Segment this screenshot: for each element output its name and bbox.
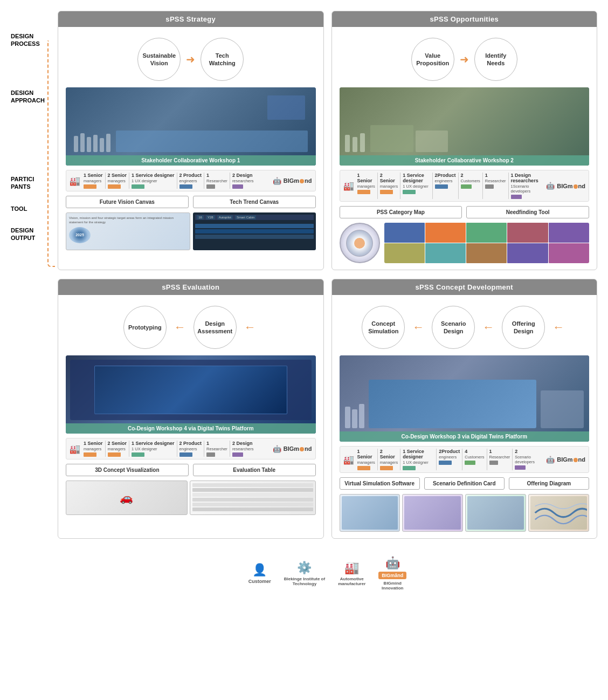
- top-panels-row: sPSS Strategy SustainableVision ➜ TechWa…: [58, 11, 597, 270]
- concept-output-3: [465, 494, 526, 532]
- tool-future-vision: Future Vision Canvas: [66, 196, 189, 208]
- blekinge-icon: ⚙️: [297, 561, 312, 575]
- concept-body: ConceptSimulation ← ScenarioDesign ← Off…: [332, 295, 597, 538]
- eval-workshop-image: Co-Design Workshop 4 via Digital Twins P…: [66, 355, 316, 434]
- strategy-output-left: Vision, mission and four strategic targe…: [66, 212, 190, 250]
- tool-scenario-def: Scenario Definition Card: [424, 477, 505, 490]
- ws3-bg: [340, 355, 590, 442]
- concept-output-2: [402, 494, 463, 532]
- ws1-bg: [66, 87, 316, 166]
- concept-process-nodes: ConceptSimulation ← ScenarioDesign ← Off…: [340, 301, 590, 351]
- car-image-output: 🚗: [66, 481, 188, 515]
- ws4-bg: [66, 355, 316, 434]
- evaluation-panel: sPSS Evaluation Prototyping ← DesignAsse…: [58, 279, 324, 539]
- opportunities-body: ValueProposition ➜ IdentifyNeeds: [332, 27, 597, 270]
- opp-output-circular: [340, 223, 380, 263]
- label-design-approach: DESIGN APPROACH: [11, 89, 45, 105]
- bigmind-badge: BIGmând: [378, 572, 406, 579]
- label-participants: PARTICI PANTS: [11, 175, 34, 191]
- eval-node-1: Prototyping: [123, 306, 167, 349]
- concept-panel: sPSS Concept Development ConceptSimulati…: [331, 279, 598, 539]
- opportunities-panel: sPSS Opportunities ValueProposition ➜ Id…: [331, 11, 598, 270]
- eval-tools: 3D Concept Visualization Evaluation Tabl…: [66, 464, 316, 476]
- strategy-output: Vision, mission and four strategic targe…: [66, 212, 316, 250]
- strategy-output-right: 16 Y28 Autopilot Smart Cabin: [193, 212, 315, 250]
- opp-tools: PSS Category Map Needfinding Tool: [340, 206, 590, 218]
- left-connector-top: [47, 40, 55, 267]
- eval-arrow-2: ←: [244, 320, 256, 334]
- eval-table-output: [190, 481, 316, 515]
- strategy-process-nodes: SustainableVision ➜ TechWatching: [66, 33, 316, 83]
- tool-pss-category: PSS Category Map: [340, 206, 462, 218]
- factory-icon-s: 🏭: [70, 176, 80, 186]
- concept-node-3: OfferingDesign: [502, 306, 545, 349]
- bottom-panels-row: sPSS Evaluation Prototyping ← DesignAsse…: [58, 279, 597, 539]
- concept-output-1: [340, 494, 400, 532]
- bigmind-logo-icon: 🤖: [385, 556, 400, 570]
- opp-output-blocks: [384, 223, 590, 263]
- ws2-label: Stakeholder Collaborative Workshop 2: [340, 155, 590, 166]
- pcell-1: 1 Senior managers: [82, 173, 106, 189]
- strategy-node-2: TechWatching: [201, 38, 244, 81]
- strategy-ptable: 1 Senior managers 2 Senior managers: [82, 173, 271, 189]
- bigmind-icon-s: 🤖: [273, 177, 281, 185]
- opp-workshop-image: Stakeholder Collaborative Workshop 2: [340, 87, 590, 166]
- opp-output: [340, 223, 590, 263]
- tool-3d-concept: 3D Concept Visualization: [66, 464, 189, 476]
- factory-icon-o: 🏭: [343, 181, 354, 191]
- pcell-3: 1 Service designer 1 UX designer: [130, 173, 177, 189]
- ws4-label: Co-Design Workshop 4 via Digital Twins P…: [66, 423, 316, 434]
- arrow-1: ➜: [186, 54, 195, 65]
- pcell-5: 1 Researcher: [205, 173, 230, 189]
- concept-arrow-2: ←: [482, 320, 494, 334]
- ws2-bg: [340, 87, 590, 166]
- strategy-header: sPSS Strategy: [58, 11, 323, 27]
- opp-ptable: 1 Senior managers 2 Senior managers: [356, 173, 544, 199]
- eval-participants: 🏭 1 Senior managers 2 Senior managers: [66, 438, 316, 459]
- concept-header: sPSS Concept Development: [332, 279, 597, 295]
- concept-output-4: [528, 494, 589, 532]
- concept-workshop-image: Co-Design Workshop 3 via Digital Twins P…: [340, 355, 590, 442]
- legend-auto: 🏭 Automotivemanufacturer: [338, 561, 365, 586]
- pcell-6: 2 Design researchers: [231, 173, 256, 189]
- concept-arrow-3: ←: [552, 320, 564, 334]
- ws1-label: Stakeholder Collaborative Workshop 1: [66, 155, 316, 166]
- main-panels-area: sPSS Strategy SustainableVision ➜ TechWa…: [58, 11, 597, 596]
- legend-customer: 👤 Customer: [248, 563, 271, 584]
- eval-arrow: ←: [174, 320, 186, 334]
- eval-output: 🚗: [66, 481, 316, 515]
- legend-bigmind: 🤖 BIGmând BIGmindInnovation: [378, 556, 406, 591]
- bigmind-icon-o: 🤖: [546, 182, 555, 190]
- legend-row: 👤 Customer ⚙️ Blekinge Institute ofTechn…: [58, 547, 597, 596]
- pcell-2: 2 Senior managers: [107, 173, 130, 189]
- strategy-workshop-image: Stakeholder Collaborative Workshop 1: [66, 87, 316, 166]
- concept-tools: Virtual Simulation Software Scenario Def…: [340, 477, 590, 490]
- sidebar-labels: DESIGN PROCESS DESIGN APPROACH PARTICI P…: [11, 11, 55, 596]
- opp-node-2: IdentifyNeeds: [474, 38, 517, 81]
- strategy-node-1: SustainableVision: [137, 38, 181, 81]
- ws3-label: Co-Design Workshop 3 via Digital Twins P…: [340, 431, 590, 442]
- strategy-panel: sPSS Strategy SustainableVision ➜ TechWa…: [58, 11, 324, 270]
- eval-process-nodes: Prototyping ← DesignAssessment ←: [66, 301, 316, 351]
- tool-virtual-sim: Virtual Simulation Software: [340, 477, 420, 490]
- strategy-tools: Future Vision Canvas Tech Trend Canvas: [66, 196, 316, 208]
- evaluation-header: sPSS Evaluation: [58, 279, 323, 295]
- concept-arrow-1: ←: [412, 320, 424, 334]
- tool-offering-diag: Offering Diagram: [509, 477, 589, 490]
- auto-icon: 🏭: [344, 561, 359, 575]
- top-section-layout: DESIGN PROCESS DESIGN APPROACH PARTICI P…: [11, 11, 597, 596]
- concept-participants: 🏭 1 Senior managers 2 Senior managers: [340, 446, 590, 473]
- opp-node-1: ValueProposition: [411, 38, 454, 81]
- opp-process-nodes: ValueProposition ➜ IdentifyNeeds: [340, 33, 590, 83]
- customer-icon: 👤: [252, 563, 267, 577]
- strategy-body: SustainableVision ➜ TechWatching: [58, 27, 323, 257]
- concept-output: [340, 494, 590, 532]
- opportunities-header: sPSS Opportunities: [332, 11, 597, 27]
- page-container: DESIGN PROCESS DESIGN APPROACH PARTICI P…: [0, 0, 608, 607]
- label-tool: TOOL: [11, 205, 27, 212]
- label-design-output: DESIGN OUTPUT: [11, 227, 35, 242]
- evaluation-body: Prototyping ← DesignAssessment ←: [58, 295, 323, 521]
- eval-node-2: DesignAssessment: [194, 306, 237, 349]
- tool-tech-trend: Tech Trend Canvas: [193, 196, 316, 208]
- opp-arrow-1: ➜: [460, 54, 469, 65]
